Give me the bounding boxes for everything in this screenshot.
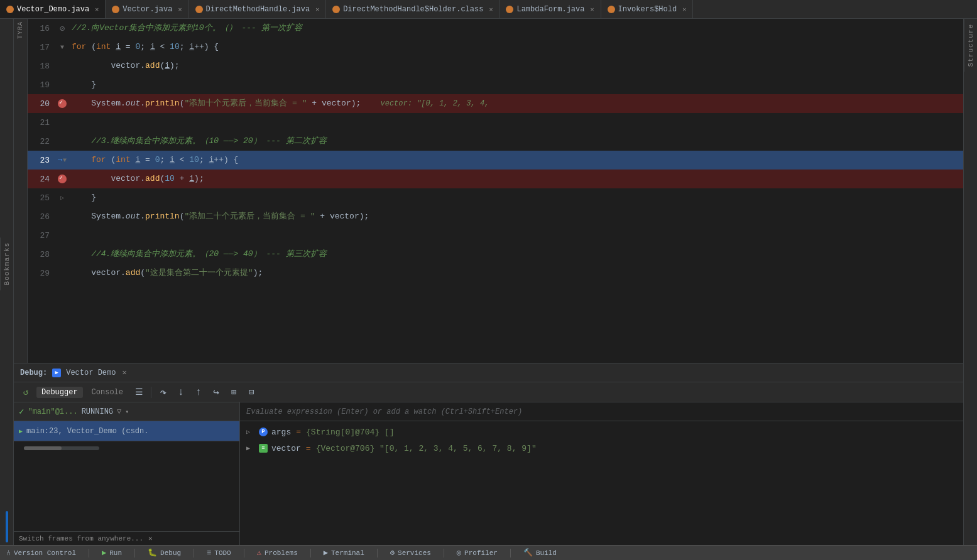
debug-label: Debug: <box>20 369 47 377</box>
code-editor[interactable]: 16 ⊘ //2.向Vector集合中添加元素到10个。（） --- 第一次扩容… <box>28 19 963 363</box>
fold-arrow-25[interactable]: ▷ <box>60 194 64 202</box>
run-to-cursor-button[interactable]: ↪ <box>209 385 223 399</box>
tab-close[interactable]: ✕ <box>95 6 99 13</box>
current-line-arrow: → <box>58 156 62 164</box>
frames-list-button[interactable]: ☰ <box>132 385 146 399</box>
tab-close[interactable]: ✕ <box>178 6 182 13</box>
line-num-29: 29 <box>28 269 56 278</box>
tab-invokers[interactable]: Invokers$Hold ✕ <box>601 0 694 18</box>
tab-vector[interactable]: Vector.java ✕ <box>106 0 188 18</box>
todo-item[interactable]: ≡ TODO <box>207 549 231 557</box>
step-over-button[interactable]: ↷ <box>156 385 170 399</box>
line-num-24: 24 <box>28 175 56 184</box>
bookmarks-label[interactable]: Bookmarks <box>0 237 13 290</box>
tab-lambda-form[interactable]: LambdaForm.java ✕ <box>499 0 601 18</box>
gutter-24 <box>56 175 68 183</box>
var-eq-args: = <box>296 428 301 437</box>
services-item[interactable]: ⚙ Services <box>390 548 431 557</box>
tab-icon <box>506 6 513 13</box>
frame-play-icon: ▶ <box>19 428 23 435</box>
right-side-labels: Structure <box>963 19 977 545</box>
debug-status-item[interactable]: 🐛 Debug <box>148 548 181 557</box>
filter-icon[interactable]: ▽ <box>117 407 121 416</box>
line-num-27: 27 <box>28 231 56 240</box>
frames-scrollbar[interactable] <box>24 446 99 450</box>
tab-debugger-label: Debugger <box>41 388 78 397</box>
services-icon: ⚙ <box>390 548 395 557</box>
var-expand-args[interactable]: ▷ <box>246 428 255 436</box>
evaluate-button[interactable]: ⊞ <box>227 385 241 399</box>
frame-item[interactable]: ▶ main:23, Vector_Demo (csdn. <box>14 421 239 441</box>
gutter-23: → ▼ <box>56 156 68 164</box>
line-code-25: } <box>68 188 963 207</box>
debug-session-close[interactable]: ✕ <box>122 368 126 377</box>
code-line-23: 23 → ▼ for (int i = 0; i < 10; i++) { <box>28 151 963 170</box>
left-side-labels: Bookmarks <box>0 19 14 545</box>
project-panel: TYRA <box>14 19 28 363</box>
tab-icon <box>112 6 119 13</box>
build-item[interactable]: 🔨 Build <box>523 548 557 557</box>
line-num-20: 20 <box>28 99 56 109</box>
tab-close[interactable]: ✕ <box>590 6 594 13</box>
switch-frames-bar[interactable]: Switch frames from anywhere... ✕ <box>14 531 239 545</box>
code-line-17: 17 ▼ for (int i = 0; i < 10; i++) { <box>28 38 963 57</box>
terminal-label: Terminal <box>331 549 364 557</box>
debug-session-label: Vector Demo <box>66 369 116 377</box>
frames-button[interactable]: ⊟ <box>244 385 258 399</box>
debug-status-label: Debug <box>160 549 181 557</box>
switch-frames-close[interactable]: ✕ <box>148 534 153 542</box>
code-line-28: 28 //4.继续向集合中添加元素。（20 ——> 40） --- 第三次扩容 <box>28 245 963 264</box>
fold-arrow-17[interactable]: ▼ <box>60 44 64 51</box>
tab-close[interactable]: ✕ <box>682 6 686 13</box>
code-line-18: 18 vector.add(i); <box>28 57 963 75</box>
problems-item[interactable]: ⚠ Problems <box>257 548 298 557</box>
switch-frames-label: Switch frames from anywhere... <box>19 535 143 542</box>
breakpoint-20[interactable] <box>58 99 67 108</box>
thread-dropdown[interactable]: ▾ <box>125 408 129 416</box>
tab-close[interactable]: ✕ <box>489 6 493 13</box>
code-line-26: 26 System.out.println("添加二十个元素后，当前集合 = "… <box>28 207 963 226</box>
line-code-24: vector.add(10 + i); <box>68 170 963 188</box>
tab-close[interactable]: ✕ <box>315 6 319 13</box>
version-control-item[interactable]: ⑃ Version Control <box>6 549 76 557</box>
tab-vector-demo[interactable]: Vector_Demo.java ✕ <box>0 0 106 18</box>
tab-direct-method[interactable]: DirectMethodHandle.java ✕ <box>189 0 327 18</box>
terminal-item[interactable]: ▶ Terminal <box>324 548 364 557</box>
tab-direct-holder[interactable]: DirectMethodHandle$Holder.class ✕ <box>326 0 499 18</box>
line-code-28: //4.继续向集合中添加元素。（20 ——> 40） --- 第三次扩容 <box>68 245 963 264</box>
fold-arrow-23[interactable]: ▼ <box>63 157 67 164</box>
tab-label: LambdaForm.java <box>516 5 584 14</box>
structure-label[interactable]: Structure <box>964 19 977 72</box>
var-vector: ▶ ≡ vector = {Vector@706} "[0, 1, 2, 3, … <box>240 440 963 456</box>
gutter-17: ▼ <box>56 44 68 51</box>
tab-debugger[interactable]: Debugger <box>36 387 83 398</box>
status-sep-7 <box>444 549 444 557</box>
thread-bar: ✓ "main"@1... RUNNING ▽ ▾ <box>14 402 239 421</box>
var-icon-vector: ≡ <box>259 444 268 453</box>
rerun-button[interactable]: ↺ <box>19 385 33 399</box>
gutter-20 <box>56 99 68 108</box>
run-item[interactable]: ▶ Run <box>102 548 122 557</box>
var-val-args: {String[0]@704} [] <box>306 428 394 437</box>
profiler-item[interactable]: ◎ Profiler <box>457 548 498 557</box>
status-sep-4 <box>244 549 244 557</box>
tab-icon <box>332 6 340 13</box>
tab-icon <box>6 6 14 13</box>
line-code-17: for (int i = 0; i < 10; i++) { <box>68 38 963 57</box>
tab-console[interactable]: Console <box>87 387 128 398</box>
gutter-16: ⊘ <box>56 23 68 34</box>
eval-bar[interactable]: Evaluate expression (Enter) or add a wat… <box>240 402 963 421</box>
debug-body: ✓ "main"@1... RUNNING ▽ ▾ ▶ main:23, Vec… <box>14 402 963 545</box>
code-line-20: 20 System.out.println("添加十个元素后，当前集合 = " … <box>28 94 963 113</box>
step-into-button[interactable]: ↓ <box>174 385 188 399</box>
breakpoint-24[interactable] <box>58 175 67 183</box>
debug-session-icon: ▶ <box>52 369 61 377</box>
line-num-18: 18 <box>28 62 56 71</box>
run-label: Run <box>109 549 122 557</box>
frames-scrollbar-area <box>14 441 239 455</box>
line-code-22: //3.继续向集合中添加元素。（10 ——> 20） --- 第二次扩容 <box>68 132 963 151</box>
tab-label: Vector.java <box>123 5 172 14</box>
tab-label: Vector_Demo.java <box>17 5 89 14</box>
step-out-button[interactable]: ↑ <box>192 385 205 399</box>
var-expand-vector[interactable]: ▶ <box>246 444 255 452</box>
